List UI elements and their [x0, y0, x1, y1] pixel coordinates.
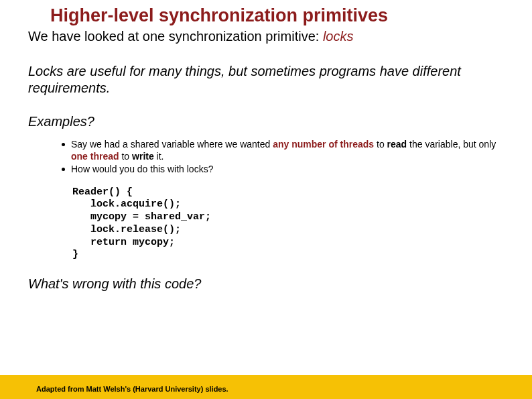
bullet-list: Say we had a shared variable where we wa…	[62, 139, 505, 176]
footer-attribution: Adapted from Matt Welsh's (Harvard Unive…	[36, 385, 228, 393]
bullet-item-1: Say we had a shared variable where we wa…	[62, 139, 505, 162]
b1-b1: read	[387, 139, 407, 150]
code-block: Reader() { lock.acquire(); mycopy = shar…	[72, 186, 505, 262]
intro-emphasis: locks	[323, 29, 354, 44]
b1-mid1: to	[374, 139, 387, 150]
paragraph-locks-useful: Locks are useful for many things, but so…	[28, 63, 505, 97]
b1-post: it.	[154, 151, 164, 162]
intro-line: We have looked at one synchronization pr…	[28, 29, 505, 44]
b1-mid3: to	[119, 151, 132, 162]
b1-b2: write	[132, 151, 154, 162]
b1-mid2: the variable, but only	[407, 139, 496, 150]
b1-em2: one thread	[71, 151, 119, 162]
b1-em1: any number of threads	[273, 139, 374, 150]
b1-pre: Say we had a shared variable where we wa…	[71, 139, 273, 150]
slide: Higher-level synchronization primitives …	[0, 0, 532, 399]
examples-heading: Examples?	[28, 114, 505, 129]
closing-question: What's wrong with this code?	[28, 276, 505, 292]
bullet-item-2: How would you do this with locks?	[62, 164, 505, 176]
intro-text: We have looked at one synchronization pr…	[28, 29, 323, 44]
slide-title: Higher-level synchronization primitives	[27, 5, 505, 26]
slide-content: Higher-level synchronization primitives …	[0, 0, 532, 292]
